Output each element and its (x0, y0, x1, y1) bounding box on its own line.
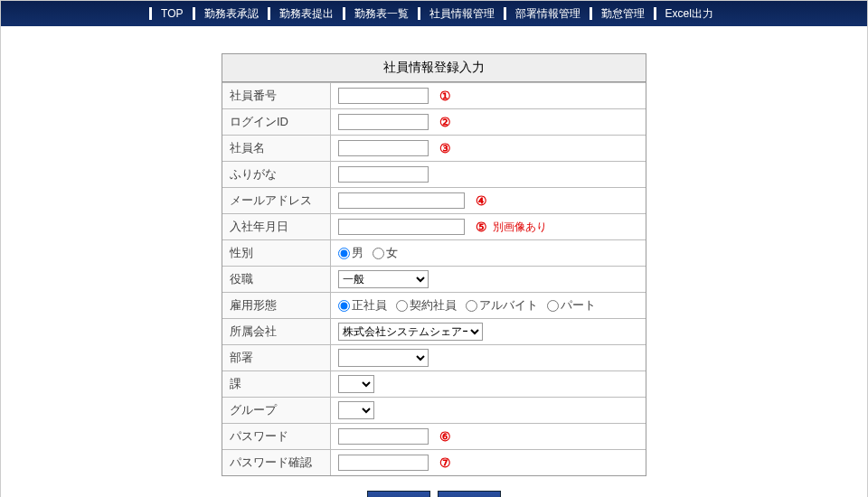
radio-label-female[interactable]: 女 (373, 245, 398, 261)
input-password[interactable] (338, 428, 429, 445)
nav-attendance[interactable]: 勤怠管理 (596, 6, 650, 22)
input-emp-no[interactable] (338, 88, 429, 104)
nav-excel[interactable]: Excel出力 (660, 6, 719, 22)
label-company: 所属会社 (222, 319, 331, 344)
select-section[interactable] (338, 375, 374, 393)
nav-approve[interactable]: 勤務表承認 (199, 6, 264, 22)
marker-2-icon: ② (439, 115, 451, 129)
nav-top[interactable]: TOP (156, 7, 188, 20)
label-email: メールアドレス (222, 188, 331, 213)
back-button[interactable]: 戻る (367, 491, 430, 497)
marker-3-icon: ③ (439, 141, 451, 155)
submit-button[interactable]: 登録 (438, 491, 501, 497)
select-company[interactable]: 株式会社システムシェアード (338, 323, 483, 341)
join-date-note: 別画像あり (493, 220, 547, 235)
row-password-confirm: パスワード確認 ⑦ (222, 449, 646, 475)
nav-separator-icon (418, 7, 420, 20)
label-password-confirm: パスワード確認 (222, 450, 331, 475)
content-area: 社員情報登録入力 社員番号 ① ログインID ② 社員名 ③ (1, 26, 867, 497)
label-position: 役職 (222, 267, 331, 292)
row-gender: 性別 男 女 (222, 239, 646, 266)
label-emp-type: 雇用形態 (222, 293, 331, 318)
radio-part[interactable] (547, 300, 559, 312)
nav-separator-icon (654, 7, 656, 20)
label-emp-no: 社員番号 (222, 83, 331, 108)
nav-separator-icon (343, 7, 345, 20)
radio-label-fulltime[interactable]: 正社員 (338, 297, 387, 314)
nav-list[interactable]: 勤務表一覧 (349, 6, 414, 22)
row-email: メールアドレス ④ (222, 187, 646, 213)
radio-female[interactable] (373, 248, 384, 259)
nav-employee[interactable]: 社員情報管理 (424, 6, 500, 22)
form-title: 社員情報登録入力 (222, 54, 646, 82)
radio-label-contract[interactable]: 契約社員 (396, 297, 457, 314)
label-join-date: 入社年月日 (222, 214, 331, 239)
label-dept: 部署 (222, 345, 331, 370)
select-position[interactable]: 一般 (338, 270, 429, 288)
input-emp-name[interactable] (338, 140, 429, 156)
label-login-id: ログインID (222, 109, 331, 135)
select-dept[interactable] (338, 349, 429, 367)
page-frame: TOP 勤務表承認 勤務表提出 勤務表一覧 社員情報管理 部署情報管理 勤怠管理… (0, 0, 868, 497)
button-bar: 戻る 登録 (367, 491, 501, 497)
input-login-id[interactable] (338, 114, 429, 130)
input-email[interactable] (338, 192, 465, 209)
navbar: TOP 勤務表承認 勤務表提出 勤務表一覧 社員情報管理 部署情報管理 勤怠管理… (1, 1, 867, 26)
input-join-date[interactable] (338, 219, 465, 235)
row-join-date: 入社年月日 ⑤ 別画像あり (222, 213, 646, 239)
input-password-confirm[interactable] (338, 455, 429, 471)
label-password: パスワード (222, 424, 331, 449)
label-section: 課 (222, 371, 331, 397)
row-emp-type: 雇用形態 正社員 契約社員 アルバイト パート (222, 292, 646, 318)
marker-1-icon: ① (439, 89, 451, 103)
marker-4-icon: ④ (476, 193, 487, 208)
label-group: グループ (222, 398, 331, 423)
select-group[interactable] (338, 401, 374, 419)
label-gender: 性別 (222, 240, 331, 266)
row-dept: 部署 (222, 344, 646, 370)
nav-submit[interactable]: 勤務表提出 (274, 6, 339, 22)
row-login-id: ログインID ② (222, 108, 646, 135)
marker-6-icon: ⑥ (439, 429, 451, 444)
row-emp-name: 社員名 ③ (222, 135, 646, 161)
row-company: 所属会社 株式会社システムシェアード (222, 318, 646, 344)
radio-parttime[interactable] (466, 300, 477, 312)
row-furigana: ふりがな (222, 161, 646, 187)
row-position: 役職 一般 (222, 266, 646, 292)
radio-fulltime[interactable] (338, 300, 350, 312)
nav-separator-icon (590, 7, 592, 20)
nav-separator-icon (149, 7, 152, 20)
nav-separator-icon (504, 7, 506, 20)
radio-contract[interactable] (396, 300, 408, 312)
radio-label-parttime[interactable]: アルバイト (466, 297, 538, 314)
row-group: グループ (222, 397, 646, 423)
marker-7-icon: ⑦ (439, 455, 451, 470)
label-emp-name: 社員名 (222, 136, 331, 161)
row-emp-no: 社員番号 ① (222, 82, 646, 108)
label-furigana: ふりがな (222, 162, 331, 187)
radio-label-male[interactable]: 男 (338, 245, 363, 261)
nav-separator-icon (268, 7, 270, 20)
employee-form: 社員情報登録入力 社員番号 ① ログインID ② 社員名 ③ (222, 53, 646, 476)
marker-5-icon: ⑤ (476, 220, 487, 234)
row-password: パスワード ⑥ (222, 423, 646, 449)
nav-department[interactable]: 部署情報管理 (510, 6, 586, 22)
radio-label-part[interactable]: パート (547, 297, 596, 314)
row-section: 課 (222, 370, 646, 397)
radio-male[interactable] (338, 248, 350, 259)
input-furigana[interactable] (338, 166, 429, 183)
nav-separator-icon (193, 7, 195, 20)
